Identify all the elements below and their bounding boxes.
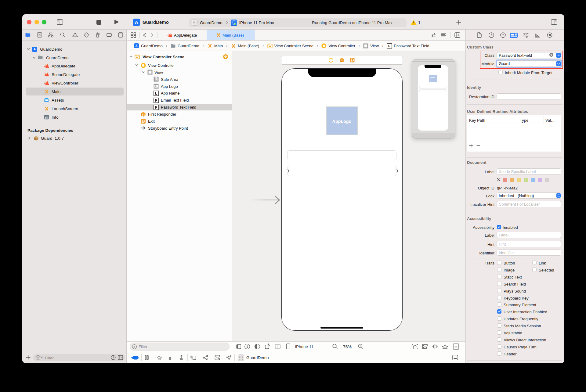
svg-text:F: F	[388, 44, 390, 48]
svg-text:F: F	[155, 105, 157, 109]
svg-text:A: A	[33, 47, 36, 51]
svg-text:L: L	[155, 91, 157, 95]
svg-text:F: F	[155, 98, 157, 102]
svg-text:A: A	[135, 20, 138, 25]
svg-text:A: A	[135, 44, 137, 48]
svg-text:?: ?	[502, 33, 504, 37]
svg-text:1: 1	[144, 114, 145, 116]
